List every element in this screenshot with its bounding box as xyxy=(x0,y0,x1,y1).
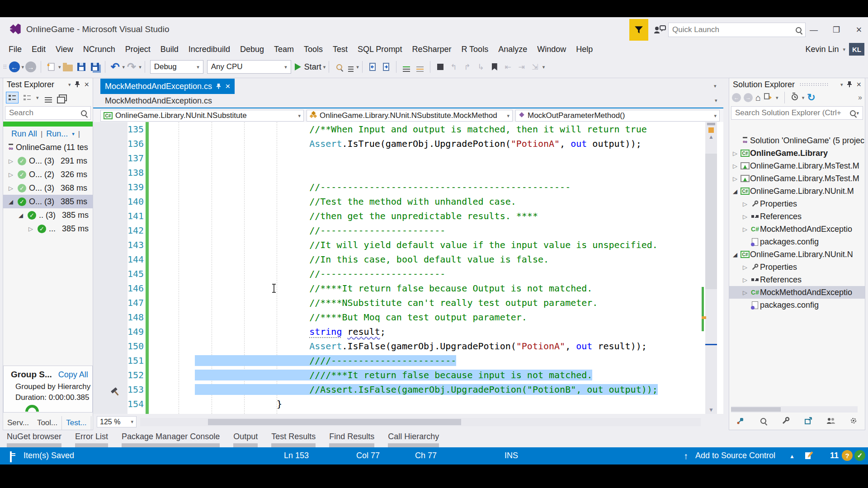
scrollbar-thumb[interactable] xyxy=(208,419,461,425)
tree-item-properties[interactable]: ▷Properties xyxy=(729,261,865,273)
tree-item-onlinegame-library[interactable]: ▷C#OnlineGame.Library xyxy=(729,147,865,160)
collapse-icon[interactable]: ◢ xyxy=(19,212,26,219)
code-line-154[interactable]: 154 } xyxy=(93,397,702,411)
close-button[interactable]: × xyxy=(851,23,867,36)
chevron-down-icon[interactable]: ▾ xyxy=(840,82,843,88)
bottom-tab-find-results[interactable]: Find Results xyxy=(329,430,374,447)
solution-configurations-dropdown[interactable]: Debug▾ xyxy=(150,60,203,74)
tree-item-references[interactable]: ▷References xyxy=(729,210,865,223)
expand-icon[interactable]: ▷ xyxy=(743,201,750,207)
menu-item-ncrunch[interactable]: NCrunch xyxy=(78,42,120,56)
navigate-forward-button[interactable]: → xyxy=(24,61,37,73)
find-in-files-icon[interactable] xyxy=(333,61,345,73)
code-line-137[interactable]: 137 xyxy=(93,151,702,165)
start-button[interactable]: Start xyxy=(304,62,321,72)
run-link[interactable]: Run... xyxy=(46,129,68,139)
menu-item-resharper[interactable]: ReSharper xyxy=(407,42,456,56)
project-dropdown[interactable]: C# OnlineGame.Library.NUnit.NSubstitute … xyxy=(100,110,304,122)
test-search-input[interactable]: Search xyxy=(5,106,91,120)
export-box-icon[interactable] xyxy=(803,415,814,426)
wrench-icon[interactable] xyxy=(780,415,791,426)
scrollbar-thumb[interactable] xyxy=(731,407,781,412)
chevron-down-icon[interactable]: ▾ xyxy=(36,95,39,101)
pending-changes-filter-icon[interactable] xyxy=(791,93,799,103)
menu-item-incredibuild[interactable]: Incredibuild xyxy=(184,42,235,56)
step-out-icon[interactable]: ↳ xyxy=(475,61,487,73)
feedback-icon[interactable] xyxy=(653,24,666,37)
panel-tab-Test[interactable]: Test... xyxy=(61,416,91,430)
scroll-up-icon[interactable]: ▲ xyxy=(705,134,717,140)
avatar[interactable]: KL xyxy=(849,43,864,56)
navigate-back-button[interactable]: ← xyxy=(8,61,21,73)
code-line-135[interactable]: 135 //**When Input and output is matched… xyxy=(93,122,702,136)
code-line-147[interactable]: 147 //****NSubstitute can't really test … xyxy=(93,296,702,310)
home-icon[interactable]: ⌂ xyxy=(755,93,761,103)
bottom-tab-error-list[interactable]: Error List xyxy=(75,430,108,447)
chevron-down-icon[interactable]: ▾ xyxy=(22,64,24,70)
menu-item-tools[interactable]: Tools xyxy=(299,42,328,56)
menu-item-team[interactable]: Team xyxy=(269,42,299,56)
pin-icon[interactable] xyxy=(217,82,221,91)
test-row[interactable]: ▷✓O... (3)291 ms xyxy=(3,154,93,168)
expand-icon[interactable]: ▷ xyxy=(743,213,750,220)
user-name[interactable]: Kevin Lin xyxy=(805,45,839,54)
menu-item-view[interactable]: View xyxy=(51,42,78,56)
code-line-146[interactable]: 146 //****It return false because Output… xyxy=(93,281,702,296)
tree-item-solution-onlinegame-5-projec[interactable]: ∞Solution 'OnlineGame' (5 projec xyxy=(729,134,865,147)
test-root-row[interactable]: ∞ OnlineGame (11 tes xyxy=(3,141,93,154)
group-by-icon[interactable] xyxy=(6,92,19,103)
menu-item-analyze[interactable]: Analyze xyxy=(493,42,532,56)
type-dropdown[interactable]: OnlineGame.Library.NUnit.NSubstitute.Moc… xyxy=(307,110,513,122)
new-project-button[interactable] xyxy=(45,61,57,73)
scroll-down-icon[interactable]: ▼ xyxy=(705,407,717,413)
open-file-button[interactable] xyxy=(61,61,74,73)
code-line-153[interactable]: 153 //Assert.IsFalse(gamerObj.UpgradePot… xyxy=(93,382,702,397)
step-into-icon[interactable]: ↰ xyxy=(448,61,460,73)
tree-item-properties[interactable]: ▷Properties xyxy=(729,197,865,210)
search-settings-icon[interactable] xyxy=(758,415,769,426)
code-line-149[interactable]: 149 string result; xyxy=(93,324,702,339)
test-row[interactable]: ◢✓.. (3)385 ms xyxy=(3,208,93,222)
expand-icon[interactable]: ▷ xyxy=(733,175,740,182)
menu-item-edit[interactable]: Edit xyxy=(27,42,51,56)
menu-item-test[interactable]: Test xyxy=(328,42,353,56)
maximize-button[interactable]: ❒ xyxy=(828,23,844,36)
menu-item-file[interactable]: File xyxy=(4,42,27,56)
test-row[interactable]: ▷✓...385 ms xyxy=(3,222,93,235)
zoom-dropdown[interactable]: 125 % ▾ xyxy=(97,416,137,427)
bottom-tab-output[interactable]: Output xyxy=(233,430,258,447)
solution-explorer-header[interactable]: Solution Explorer ▾ × xyxy=(729,78,865,91)
refresh-icon[interactable]: ↻ xyxy=(807,92,815,103)
chevron-up-icon[interactable]: ▲ xyxy=(789,453,795,460)
bottom-tab-call-hierarchy[interactable]: Call Hierarchy xyxy=(388,430,439,447)
bottom-tab-nuget-browser[interactable]: NuGet browser xyxy=(7,430,61,447)
collapse-icon[interactable]: ◢ xyxy=(733,188,740,195)
test-row[interactable]: ▷✓O... (2)326 ms xyxy=(3,168,93,181)
notification-count[interactable]: 11 xyxy=(830,451,839,460)
expand-icon[interactable]: ▷ xyxy=(733,150,740,157)
code-line-150[interactable]: 150 Assert.IsFalse(gamerObj.UpgradePotio… xyxy=(93,339,702,353)
next-bookmark-icon[interactable]: ⇥ xyxy=(515,61,528,73)
tree-item-references[interactable]: ▷References xyxy=(729,273,865,286)
code-line-143[interactable]: 143 //It will yield default value if the… xyxy=(93,238,702,252)
horizontal-scrollbar[interactable] xyxy=(140,418,701,426)
save-all-button[interactable] xyxy=(89,61,101,73)
member-dropdown[interactable]: MockOutParameterMethod() ▾ xyxy=(515,110,720,122)
stop-icon[interactable] xyxy=(434,61,447,73)
help-badge-icon[interactable]: ? xyxy=(842,450,853,461)
expand-icon[interactable]: ▷ xyxy=(9,158,16,164)
document-list-chevron-icon[interactable]: ▾ xyxy=(714,83,717,89)
tree-item-onlinegame-library-mstest-m[interactable]: ▷OnlineGame.Library.MsTest.M xyxy=(729,172,865,185)
outdent-icon[interactable] xyxy=(414,61,426,73)
code-line-141[interactable]: 141 //then get the unpredictable results… xyxy=(93,209,702,223)
save-button[interactable] xyxy=(75,61,88,73)
pin-icon[interactable] xyxy=(847,80,852,89)
filter-button[interactable] xyxy=(629,19,648,41)
collapse-icon[interactable]: ◢ xyxy=(733,251,740,258)
chevron-down-icon[interactable]: ▾ xyxy=(139,64,142,70)
navigate-forward-doc-icon[interactable] xyxy=(380,61,392,73)
tree-item-onlinegame-library-nunit-n[interactable]: ◢C#OnlineGame.Library.NUnit.N xyxy=(729,248,865,261)
navigate-backward-doc-icon[interactable] xyxy=(366,61,379,73)
expand-icon[interactable]: ▷ xyxy=(9,171,16,178)
minimize-button[interactable]: — xyxy=(806,23,822,36)
